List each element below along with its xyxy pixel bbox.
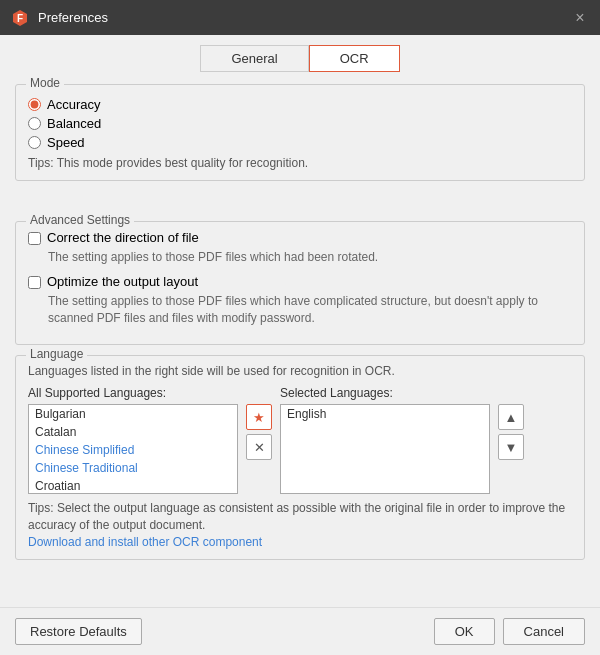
app-icon: F — [10, 8, 30, 28]
selected-languages-list[interactable]: English — [280, 404, 490, 494]
mode-accuracy-label: Accuracy — [47, 97, 100, 112]
all-languages-label: All Supported Languages: — [28, 386, 238, 400]
cancel-button[interactable]: Cancel — [503, 618, 585, 645]
mode-radio-group: Accuracy Balanced Speed — [28, 97, 572, 150]
ok-button[interactable]: OK — [434, 618, 495, 645]
correct-direction-checkbox[interactable] — [28, 232, 41, 245]
footer-left: Restore Defaults — [15, 618, 142, 645]
lang-english[interactable]: English — [281, 405, 489, 423]
restore-defaults-button[interactable]: Restore Defaults — [15, 618, 142, 645]
optimize-layout-label: Optimize the output layout — [47, 274, 198, 289]
window-title: Preferences — [38, 10, 570, 25]
lang-chinese-simplified[interactable]: Chinese Simplified — [29, 441, 237, 459]
preferences-window: F Preferences × General OCR Mode Accurac… — [0, 0, 600, 655]
mode-section-label: Mode — [26, 76, 64, 90]
svg-text:F: F — [17, 13, 23, 24]
tab-bar: General OCR — [15, 45, 585, 72]
mode-balanced[interactable]: Balanced — [28, 116, 572, 131]
optimize-layout-checkbox[interactable] — [28, 276, 41, 289]
mode-section: Mode Accuracy Balanced Speed Tips: This … — [15, 84, 585, 181]
mode-tips: Tips: This mode provides best quality fo… — [28, 156, 572, 170]
all-languages-col: All Supported Languages: Bulgarian Catal… — [28, 386, 238, 494]
mode-balanced-radio[interactable] — [28, 117, 41, 130]
tab-general[interactable]: General — [200, 45, 308, 72]
add-language-button[interactable]: ★ — [246, 404, 272, 430]
advanced-section: Advanced Settings Correct the direction … — [15, 221, 585, 345]
mode-speed-radio[interactable] — [28, 136, 41, 149]
language-section: Language Languages listed in the right s… — [15, 355, 585, 560]
close-button[interactable]: × — [570, 8, 590, 28]
mode-balanced-label: Balanced — [47, 116, 101, 131]
optimize-layout-item: Optimize the output layout — [28, 274, 572, 289]
language-section-label: Language — [26, 347, 87, 361]
lang-catalan[interactable]: Catalan — [29, 423, 237, 441]
lang-croatian[interactable]: Croatian — [29, 477, 237, 494]
move-up-button[interactable]: ▲ — [498, 404, 524, 430]
language-tips: Tips: Select the output language as cons… — [28, 500, 572, 534]
footer-right: OK Cancel — [434, 618, 585, 645]
correct-direction-item: Correct the direction of file — [28, 230, 572, 245]
mode-speed[interactable]: Speed — [28, 135, 572, 150]
lang-chinese-traditional[interactable]: Chinese Traditional — [29, 459, 237, 477]
title-bar: F Preferences × — [0, 0, 600, 35]
correct-direction-label: Correct the direction of file — [47, 230, 199, 245]
all-languages-list[interactable]: Bulgarian Catalan Chinese Simplified Chi… — [28, 404, 238, 494]
language-columns: All Supported Languages: Bulgarian Catal… — [28, 386, 572, 494]
advanced-section-label: Advanced Settings — [26, 213, 134, 227]
main-content: General OCR Mode Accuracy Balanced Speed — [0, 35, 600, 607]
lang-transfer-buttons: ★ ✕ — [246, 386, 272, 460]
language-description: Languages listed in the right side will … — [28, 364, 572, 378]
tab-ocr[interactable]: OCR — [309, 45, 400, 72]
selected-languages-col: Selected Languages: English — [280, 386, 490, 494]
mode-speed-label: Speed — [47, 135, 85, 150]
move-down-button[interactable]: ▼ — [498, 434, 524, 460]
optimize-layout-subtext: The setting applies to those PDF files w… — [48, 293, 572, 327]
download-ocr-link[interactable]: Download and install other OCR component — [28, 535, 262, 549]
correct-direction-subtext: The setting applies to those PDF files w… — [48, 249, 572, 266]
mode-accuracy-radio[interactable] — [28, 98, 41, 111]
lang-bulgarian[interactable]: Bulgarian — [29, 405, 237, 423]
lang-order-buttons: ▲ ▼ — [498, 386, 524, 460]
selected-languages-label: Selected Languages: — [280, 386, 490, 400]
footer: Restore Defaults OK Cancel — [0, 607, 600, 655]
mode-accuracy[interactable]: Accuracy — [28, 97, 572, 112]
remove-language-button[interactable]: ✕ — [246, 434, 272, 460]
